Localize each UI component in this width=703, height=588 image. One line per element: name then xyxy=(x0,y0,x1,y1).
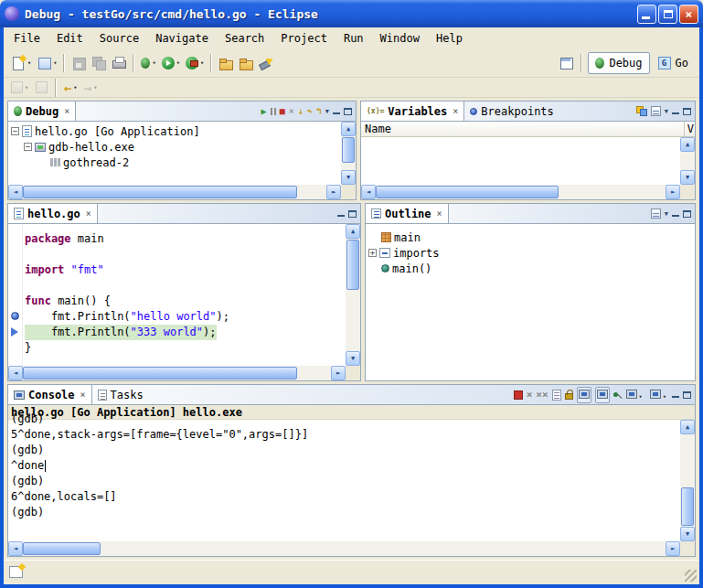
code-line[interactable]: func main() { xyxy=(25,294,360,309)
dropdown-icon[interactable]: ▾ xyxy=(27,59,31,67)
show-console-stdout-button[interactable] xyxy=(577,387,591,403)
console-view-tab[interactable]: Console × xyxy=(8,385,92,404)
window-close-button[interactable]: × xyxy=(679,5,698,24)
back-button[interactable]: ←▾ xyxy=(61,78,80,98)
debug-horizontal-scrollbar[interactable]: ◄ ► xyxy=(8,185,341,199)
minimize-view-icon[interactable] xyxy=(337,210,345,218)
scroll-down-button[interactable]: ▼ xyxy=(346,351,360,366)
code-line[interactable]: import "fmt" xyxy=(25,262,360,278)
maximize-view-icon[interactable] xyxy=(683,108,691,115)
outline-item-row[interactable]: main() xyxy=(366,261,695,276)
disconnect-button[interactable]: × xyxy=(289,107,294,116)
scroll-left-button[interactable]: ◄ xyxy=(361,185,376,199)
variables-view-tab[interactable]: (x)= Variables × xyxy=(361,102,464,121)
debug-view-tab[interactable]: Debug × xyxy=(8,102,76,121)
scrollbar-thumb[interactable] xyxy=(342,137,355,163)
scroll-right-button[interactable]: ► xyxy=(326,185,341,199)
close-icon[interactable]: × xyxy=(64,106,69,116)
terminate-button[interactable]: ■ xyxy=(280,107,285,116)
name-column-header[interactable]: Name xyxy=(361,123,391,135)
display-selected-console-button[interactable]: ▾ xyxy=(624,387,644,403)
show-logical-structure-icon[interactable] xyxy=(636,106,647,116)
pin-console-button[interactable] xyxy=(613,392,618,397)
save-all-button[interactable] xyxy=(90,53,108,73)
scroll-lock-button[interactable] xyxy=(565,393,573,400)
close-icon[interactable]: × xyxy=(80,390,86,400)
terminate-button[interactable] xyxy=(514,390,523,400)
scroll-down-button[interactable]: ▼ xyxy=(680,527,695,541)
dropdown-icon[interactable]: ▾ xyxy=(152,59,155,67)
breakpoint-marker[interactable] xyxy=(11,312,19,320)
sort-icon[interactable] xyxy=(651,208,661,219)
minimize-view-icon[interactable] xyxy=(672,108,679,115)
view-menu-icon[interactable]: ▼ xyxy=(665,210,668,218)
scroll-up-button[interactable]: ▲ xyxy=(341,122,356,136)
scrollbar-thumb[interactable] xyxy=(681,487,694,526)
console-line[interactable]: (gdb) xyxy=(11,474,680,489)
minimize-view-icon[interactable] xyxy=(333,108,340,115)
value-column-header[interactable]: V xyxy=(684,122,694,137)
menu-file[interactable]: File xyxy=(5,29,48,48)
code-line[interactable]: } xyxy=(25,340,360,356)
menu-window[interactable]: Window xyxy=(372,29,428,48)
last-edit-location-button[interactable]: ▾ xyxy=(9,78,30,98)
scroll-left-button[interactable]: ◄ xyxy=(8,541,23,556)
scrollbar-thumb[interactable] xyxy=(376,186,559,198)
new-file-button[interactable]: ▾ xyxy=(35,53,59,73)
scroll-up-button[interactable]: ▲ xyxy=(680,137,695,152)
code-line[interactable] xyxy=(25,247,360,262)
close-icon[interactable]: × xyxy=(86,208,91,219)
open-perspective-button[interactable] xyxy=(558,53,576,73)
scroll-down-button[interactable]: ▼ xyxy=(341,170,356,185)
variables-vertical-scrollbar[interactable]: ▲ ▼ xyxy=(680,137,695,185)
debug-tree-row[interactable]: gothread-2 xyxy=(8,155,341,170)
close-icon[interactable]: × xyxy=(437,208,442,219)
maximize-view-icon[interactable] xyxy=(344,108,352,115)
scroll-left-button[interactable]: ◄ xyxy=(8,366,23,380)
debug-button[interactable]: ▾ xyxy=(139,53,157,73)
scroll-up-button[interactable]: ▲ xyxy=(346,224,360,239)
step-into-button[interactable]: ↓ xyxy=(298,107,304,116)
layout-icon[interactable] xyxy=(651,106,661,116)
console-line[interactable]: (gdb) xyxy=(11,443,680,458)
forward-button[interactable]: →▾ xyxy=(81,78,100,98)
run-button[interactable]: ▾ xyxy=(160,53,182,73)
dropdown-icon[interactable]: ▾ xyxy=(93,84,97,91)
console-line[interactable]: 5^done,stack-args=[frame={level="0",args… xyxy=(11,427,680,443)
resume-button[interactable]: ▶ xyxy=(261,107,267,116)
debug-tree-row[interactable]: −hello.go [Go Application] xyxy=(8,123,341,139)
variables-horizontal-scrollbar[interactable]: ◄ ► xyxy=(361,185,680,199)
remove-launch-button[interactable]: × xyxy=(527,390,533,400)
editor-vertical-scrollbar[interactable]: ▲ ▼ xyxy=(346,224,360,366)
window-minimize-button[interactable] xyxy=(637,5,656,24)
collapse-expander-icon[interactable]: − xyxy=(24,143,32,151)
menu-edit[interactable]: Edit xyxy=(48,29,91,48)
console-lines[interactable]: (gdb)5^done,stack-args=[frame={level="0"… xyxy=(11,412,680,541)
breakpoints-view-tab[interactable]: Breakpoints xyxy=(464,102,559,121)
variables-column-header[interactable]: Name V xyxy=(361,122,695,137)
menu-source[interactable]: Source xyxy=(91,29,147,48)
open-resource-button[interactable] xyxy=(237,53,255,73)
code-line[interactable]: fmt.Println("333 world"); xyxy=(25,325,360,340)
scrollbar-thumb[interactable] xyxy=(346,240,359,290)
editor-horizontal-scrollbar[interactable]: ◄ ► xyxy=(8,366,346,380)
view-menu-icon[interactable]: ▼ xyxy=(665,108,668,115)
outline-item-row[interactable]: main xyxy=(366,230,695,245)
outline-item-row[interactable]: +imports xyxy=(366,245,695,261)
dropdown-icon[interactable]: ▾ xyxy=(200,59,204,67)
scroll-right-button[interactable]: ► xyxy=(666,185,680,199)
search-button[interactable] xyxy=(257,53,275,73)
menu-project[interactable]: Project xyxy=(272,29,336,48)
scroll-right-button[interactable]: ► xyxy=(666,541,680,556)
collapse-expander-icon[interactable]: − xyxy=(11,127,19,135)
close-icon[interactable]: × xyxy=(453,106,458,116)
print-button[interactable] xyxy=(110,53,128,73)
console-horizontal-scrollbar[interactable]: ◄ ► xyxy=(8,541,680,556)
new-wizard-button[interactable]: ▾ xyxy=(9,53,33,73)
scroll-down-button[interactable]: ▼ xyxy=(680,170,695,185)
maximize-view-icon[interactable] xyxy=(683,391,691,399)
minimize-view-icon[interactable] xyxy=(672,391,679,399)
scrollbar-thumb[interactable] xyxy=(23,367,297,380)
remove-all-launches-button[interactable]: ×× xyxy=(536,390,548,400)
clear-console-button[interactable] xyxy=(552,390,561,401)
